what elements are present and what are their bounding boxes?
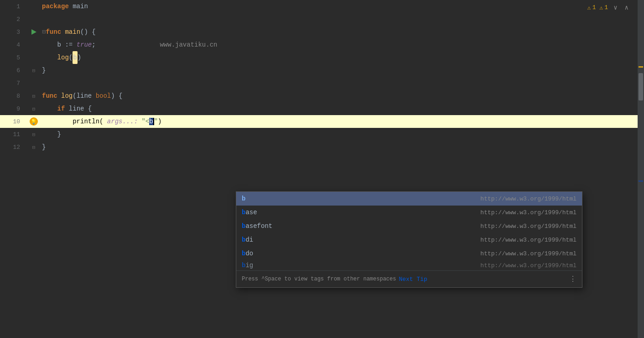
ac-item-bdi[interactable]: bdi http://www.w3.org/1999/html [236,233,582,247]
ac-item-name-b: b [242,195,480,202]
ac-item-name-bdi: bdi [242,236,480,243]
line-number-6: 6 [0,67,27,74]
more-options-icon[interactable]: ⋮ [569,275,576,284]
code-line-7: 7 [0,77,644,90]
line-number-11: 11 [0,131,27,138]
code-line-8: 8 ⊟ func log(line bool) { [0,90,644,102]
ac-item-name-bdo: bdo [242,250,480,257]
line-content-6: } [40,64,644,77]
autocomplete-dropdown: b http://www.w3.org/1999/html base http:… [236,191,582,288]
line-number-9: 9 [0,106,27,112]
ac-item-big[interactable]: big http://www.w3.org/1999/html [236,260,582,270]
line-number-5: 5 [0,54,27,61]
code-line-11: 11 ⊟ } [0,128,644,141]
ac-item-base[interactable]: base http://www.w3.org/1999/html [236,206,582,219]
ac-item-url-basefont: http://www.w3.org/1999/html [480,223,576,230]
line-gutter-6: ⊟ [27,68,40,74]
line-gutter-3 [27,29,40,35]
ac-item-name-big: big [242,262,480,269]
code-line-3: 3 ⊟func main() { [0,26,644,38]
ac-item-name-base: base [242,209,480,216]
line-gutter-11: ⊟ [27,132,40,137]
line-content-11: } [40,128,644,141]
line-gutter-8: ⊟ [27,93,40,99]
line-number-10: 10 [0,118,27,125]
scrollbar-thumb[interactable] [639,73,643,100]
line-gutter-9: ⊟ [27,106,40,112]
line-content-5: log(b) [40,51,644,64]
code-line-2: 2 [0,13,644,26]
svg-marker-0 [31,29,36,35]
line-number-12: 12 [0,144,27,151]
run-icon[interactable] [31,29,37,35]
line-content-8: func log(line bool) { [40,90,644,102]
line-content-4: b := true; www.javatiku.cn [40,38,644,51]
code-line-5: 5 log(b) [0,51,644,64]
next-tip-button[interactable]: Next Tip [399,276,427,283]
code-line-1: 1 package main [0,0,644,13]
ac-item-basefont[interactable]: basefont http://www.w3.org/1999/html [236,219,582,233]
line-content-10: println( args...: "<b") [40,115,644,128]
code-area: ⚠ 1 ⚠ 1 ∨ ∧ 1 package main 2 3 [0,0,644,153]
line-content-1: package main [40,0,644,13]
ac-item-b[interactable]: b http://www.w3.org/1999/html [236,192,582,206]
ac-footer-text: Press ^Space to view tags from other nam… [242,276,396,282]
line-number-2: 2 [0,16,27,23]
ac-item-url-big: http://www.w3.org/1999/html [480,262,576,269]
code-line-10: 10 💡 println( args...: "<b") [0,115,644,128]
line-number-4: 4 [0,42,27,48]
code-line-9: 9 ⊟ if line { [0,102,644,115]
scrollbar-marker-cursor [639,180,643,182]
ac-item-url-base: http://www.w3.org/1999/html [480,209,576,216]
line-number-1: 1 [0,3,27,10]
line-number-7: 7 [0,80,27,87]
ac-footer: Press ^Space to view tags from other nam… [236,270,582,287]
ac-item-url-bdo: http://www.w3.org/1999/html [480,250,576,257]
code-line-4: 4 b := true; www.javatiku.cn [0,38,644,51]
code-line-12: 12 ⊟ } [0,141,644,153]
line-content-12: } [40,141,644,153]
line-number-8: 8 [0,93,27,100]
ac-item-url-bdi: http://www.w3.org/1999/html [480,237,576,243]
line-content-9: if line { [40,102,644,115]
ac-item-bdo[interactable]: bdo http://www.w3.org/1999/html [236,247,582,260]
bulb-icon[interactable]: 💡 [30,117,38,126]
scrollbar-area [638,0,644,338]
ac-item-url-b: http://www.w3.org/1999/html [480,195,576,202]
line-gutter-10: 💡 [27,117,40,126]
editor-container: ⚠ 1 ⚠ 1 ∨ ∧ 1 package main 2 3 [0,0,644,338]
line-gutter-12: ⊟ [27,144,40,150]
line-number-3: 3 [0,29,27,36]
line-content-3: ⊟func main() { [40,26,644,38]
ac-item-name-basefont: basefont [242,222,480,230]
code-line-6: 6 ⊟ } [0,64,644,77]
scrollbar-marker-warning-1 [639,66,643,68]
